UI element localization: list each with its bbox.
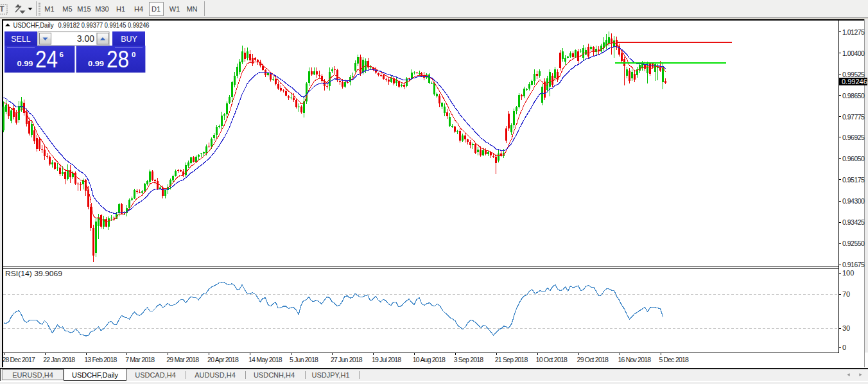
svg-text:6: 6 [60,51,64,58]
svg-text:M1: M1 [44,5,54,13]
svg-text:10 Aug 2018: 10 Aug 2018 [413,356,446,363]
svg-text:USDCAD,H4: USDCAD,H4 [135,371,176,379]
svg-text:20 Apr 2018: 20 Apr 2018 [207,356,239,363]
svg-text:H1: H1 [116,5,125,13]
svg-text:0.99182 0.99377 0.99145 0.9924: 0.99182 0.99377 0.99145 0.99246 [58,21,150,29]
svg-text:14 May 2018: 14 May 2018 [248,356,282,363]
svg-text:AUDUSD,H4: AUDUSD,H4 [195,371,236,379]
svg-text:1.00400: 1.00400 [842,49,865,57]
svg-text:W1: W1 [169,5,180,13]
svg-text:13 Feb 2018: 13 Feb 2018 [84,356,117,363]
svg-text:0.98650: 0.98650 [842,92,865,100]
svg-text:0.99246: 0.99246 [842,78,867,85]
svg-text:0.96050: 0.96050 [842,155,865,162]
svg-text:0.96925: 0.96925 [842,134,865,141]
svg-text:27 Jun 2018: 27 Jun 2018 [331,356,363,363]
svg-text:T: T [0,4,4,13]
svg-text:0: 0 [132,51,135,58]
svg-text:D1: D1 [152,5,161,13]
svg-text:21 Sep 2018: 21 Sep 2018 [495,356,528,363]
svg-text:7 Mar 2018: 7 Mar 2018 [125,356,155,363]
svg-text:0.92550: 0.92550 [842,240,865,247]
svg-text:SELL: SELL [11,35,31,44]
svg-text:0.94300: 0.94300 [842,197,865,205]
svg-text:USDJPY,H1: USDJPY,H1 [311,371,349,379]
svg-text:29 Oct 2018: 29 Oct 2018 [577,356,609,363]
svg-text:24: 24 [35,46,58,73]
svg-text:0.97775: 0.97775 [842,113,865,121]
svg-text:1.01275: 1.01275 [842,28,865,36]
svg-text:16 Nov 2018: 16 Nov 2018 [618,356,652,363]
svg-text:70: 70 [842,290,850,298]
svg-text:22 Jan 2018: 22 Jan 2018 [43,356,75,363]
svg-text:USDCHF,Daily: USDCHF,Daily [13,21,54,29]
svg-text:0.93425: 0.93425 [842,218,865,226]
svg-text:M5: M5 [62,5,72,13]
svg-text:3 Sep 2018: 3 Sep 2018 [454,356,484,363]
svg-text:0.99: 0.99 [17,60,33,67]
svg-text:30: 30 [842,324,850,332]
svg-text:19 Jul 2018: 19 Jul 2018 [372,356,401,363]
svg-text:5 Jun 2018: 5 Jun 2018 [290,356,318,363]
svg-text:0.99: 0.99 [88,60,104,67]
svg-text:H4: H4 [134,5,143,13]
svg-text:0: 0 [842,344,846,351]
svg-text:28: 28 [107,46,129,73]
svg-text:29 Mar 2018: 29 Mar 2018 [166,356,199,363]
svg-text:RSI(14) 39.9069: RSI(14) 39.9069 [5,270,62,277]
svg-text:10 Oct 2018: 10 Oct 2018 [536,356,568,363]
svg-text:M15: M15 [77,5,91,13]
svg-text:5 Dec 2018: 5 Dec 2018 [659,356,689,363]
svg-text:M30: M30 [95,5,108,13]
svg-text:0.95175: 0.95175 [842,176,865,184]
svg-text:100: 100 [842,269,854,277]
svg-text:USDCHF,Daily: USDCHF,Daily [72,371,119,379]
svg-text:3.00: 3.00 [77,33,94,44]
svg-text:BUY: BUY [121,35,137,44]
svg-text:0.91675: 0.91675 [842,261,865,268]
svg-text:EURUSD,H4: EURUSD,H4 [12,371,53,379]
svg-text:USDCNH,H4: USDCNH,H4 [254,371,295,379]
svg-text:28 Dec 2017: 28 Dec 2017 [2,356,35,363]
svg-text:MN: MN [186,5,197,13]
